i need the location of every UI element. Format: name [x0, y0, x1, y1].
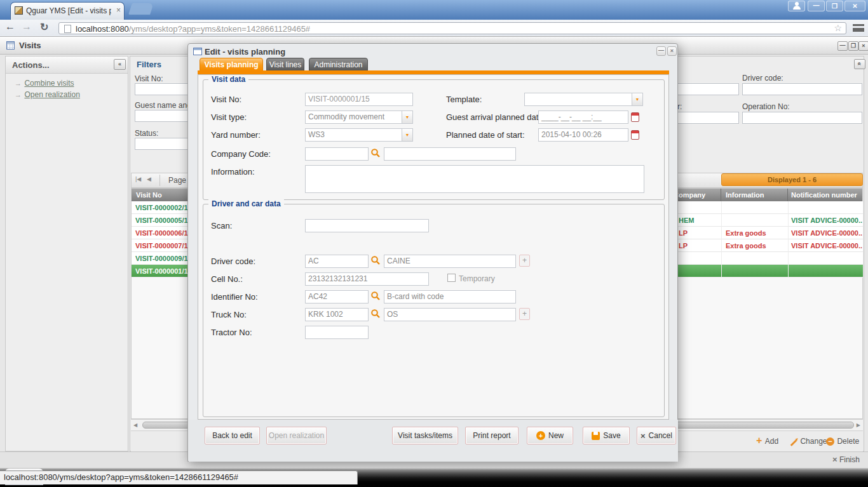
column-header-notification[interactable]: Notification number — [788, 189, 862, 201]
search-icon[interactable] — [370, 309, 381, 321]
action-link[interactable]: Open realization — [24, 90, 79, 99]
url-bar[interactable]: localhost:8080/yms/desktop?app=yms&token… — [58, 22, 846, 34]
scroll-right-icon[interactable]: ▶ — [857, 422, 860, 428]
calendar-icon[interactable] — [631, 130, 639, 140]
action-item-combine-visits[interactable]: → Combine visits — [15, 77, 74, 88]
cell-company: HEM — [679, 214, 694, 227]
calendar-icon[interactable] — [631, 112, 639, 122]
browser-tab[interactable]: Qguar YMS [Edit - visits pl × — [10, 2, 125, 20]
truck-no-input[interactable]: KRK 1002 — [305, 308, 369, 321]
temporary-checkbox[interactable] — [447, 274, 456, 282]
window-minimize-button[interactable]: — — [808, 1, 825, 11]
search-icon[interactable] — [370, 255, 381, 268]
start-date-input[interactable]: 2015-04-10 00:26 — [538, 128, 628, 142]
start-date-label: Planned date of start: — [446, 130, 525, 140]
reload-icon[interactable]: ↻ — [40, 21, 48, 33]
dialog-close-button[interactable]: × — [667, 46, 677, 56]
scan-input[interactable] — [305, 219, 429, 232]
identifier-name-input[interactable]: B-card with code — [384, 290, 516, 304]
back-icon[interactable]: ← — [5, 21, 15, 32]
open-realization-button[interactable]: Open realization — [266, 427, 327, 444]
filter-operation-no-input[interactable] — [742, 112, 862, 124]
company-code-input[interactable] — [305, 147, 369, 161]
actions-title: Actions... — [12, 60, 50, 70]
table-row-selected[interactable]: VISIT-0000001/15 — [132, 265, 187, 277]
cell-notification: VISIT ADVICE-00000... — [791, 214, 862, 227]
search-icon[interactable] — [370, 148, 381, 161]
table-row[interactable] — [661, 252, 863, 265]
table-row-selected[interactable] — [661, 265, 863, 277]
window-close-button[interactable]: ✕ — [844, 1, 865, 11]
first-page-icon[interactable]: |◀ — [135, 176, 141, 182]
template-combo[interactable] — [524, 93, 632, 106]
close-tab-icon[interactable]: × — [116, 6, 121, 15]
table-row[interactable]: VISIT-0000007/15 — [132, 239, 187, 252]
visit-no-input[interactable]: VISIT-0000001/15 — [305, 93, 413, 106]
yard-number-combo[interactable]: WS3 — [305, 128, 402, 142]
cancel-button[interactable]: ×Cancel — [637, 427, 676, 444]
save-button[interactable]: Save — [583, 427, 630, 444]
company-name-input[interactable] — [384, 147, 516, 161]
tab-visits-planning[interactable]: Visits planning — [200, 58, 263, 71]
search-icon[interactable] — [370, 291, 381, 304]
cell-notification: VISIT ADVICE-00000... — [791, 239, 862, 252]
filter-cut-label-fragment: r: — [677, 102, 682, 111]
chevron-down-icon[interactable]: ▼ — [632, 93, 643, 106]
visit-tasks-button[interactable]: Visit tasks/items — [392, 427, 458, 444]
table-row[interactable]: VISIT-0000009/15 — [132, 252, 187, 265]
chevron-down-icon[interactable]: ▼ — [402, 128, 413, 142]
table-row[interactable] — [661, 201, 863, 214]
cell-company: LP — [679, 239, 688, 252]
menu-icon[interactable] — [853, 24, 864, 32]
column-header-information[interactable]: Information — [721, 189, 788, 201]
add-button[interactable]: + Add — [756, 435, 778, 446]
table-row[interactable]: LP Extra goods VISIT ADVICE-00000... — [661, 227, 863, 239]
cell-no-input[interactable]: 23132132131231 — [305, 272, 429, 286]
table-row[interactable]: VISIT-0000006/15 — [132, 227, 187, 239]
table-row[interactable]: HEM VISIT ADVICE-00000... — [661, 214, 863, 227]
tab-administration[interactable]: Administration — [309, 58, 368, 71]
print-report-button[interactable]: Print report — [465, 427, 519, 444]
prev-page-icon[interactable]: ◀ — [147, 176, 151, 182]
displayed-range-button[interactable]: Displayed 1 - 6 — [721, 173, 863, 186]
bookmark-star-icon[interactable]: ☆ — [834, 23, 842, 33]
new-button[interactable]: +New — [527, 427, 573, 444]
chevron-down-icon[interactable]: ▼ — [402, 110, 413, 124]
driver-code-input[interactable]: AC — [305, 255, 369, 268]
app-close-button[interactable]: × — [858, 41, 868, 51]
tractor-no-input[interactable] — [305, 326, 369, 339]
information-textarea[interactable] — [305, 165, 644, 193]
change-button[interactable]: Change — [790, 435, 827, 446]
identifier-no-input[interactable]: AC42 — [305, 290, 369, 304]
action-link[interactable]: Combine visits — [24, 79, 74, 88]
table-row[interactable]: LP Extra goods VISIT ADVICE-00000... — [661, 239, 863, 252]
url-text[interactable]: localhost:8080/yms/desktop?app=yms&token… — [76, 24, 310, 34]
tab-visit-lines[interactable]: Visit lines — [266, 58, 304, 71]
window-restore-button[interactable]: ❐ — [826, 1, 843, 11]
column-divider — [721, 201, 722, 277]
delete-button[interactable]: − Delete — [826, 435, 859, 446]
collapse-filters-button[interactable]: « — [854, 59, 865, 69]
filter-driver-code-input[interactable] — [742, 83, 862, 95]
profile-button[interactable] — [788, 1, 805, 11]
driver-name-input[interactable]: CAINE — [384, 255, 516, 268]
new-tab-button[interactable] — [128, 3, 154, 15]
finish-button[interactable]: × Finish — [832, 455, 860, 464]
scroll-left-icon[interactable]: ◀ — [133, 422, 137, 428]
action-item-open-realization[interactable]: → Open realization — [15, 88, 80, 100]
dialog-minimize-button[interactable]: — — [656, 46, 666, 56]
truck-name-input[interactable]: OS — [384, 308, 516, 321]
visit-type-label: Visit type: — [211, 112, 247, 122]
app-minimize-button[interactable]: — — [837, 41, 848, 51]
guest-date-input[interactable]: ____-__-__ __:__ — [538, 110, 628, 124]
add-truck-button[interactable]: + — [519, 308, 530, 320]
back-to-edit-button[interactable]: Back to edit — [205, 427, 260, 444]
table-row[interactable]: VISIT-0000005/15 — [132, 214, 187, 227]
collapse-actions-button[interactable]: « — [114, 59, 126, 70]
visit-type-combo[interactable]: Commodity movement — [305, 110, 402, 124]
table-row[interactable]: VISIT-0000002/15 — [132, 201, 187, 214]
app-restore-button[interactable]: ❐ — [848, 41, 858, 51]
forward-icon[interactable]: → — [22, 21, 32, 32]
add-driver-button[interactable]: + — [519, 255, 530, 267]
pager-page-label: Page — [168, 176, 186, 185]
